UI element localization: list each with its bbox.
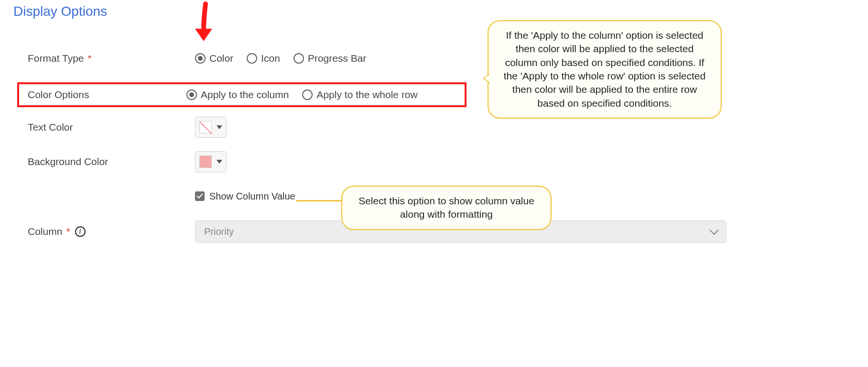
row-color-options: Color Options Apply to the column Apply … <box>17 82 467 107</box>
color-options-controls: Apply to the column Apply to the whole r… <box>186 89 458 100</box>
callout-show-column-value: Select this option to show column value … <box>341 186 552 230</box>
radio-icon <box>247 53 257 64</box>
radio-format-icon[interactable]: Icon <box>247 53 280 64</box>
label-color-options-text: Color Options <box>28 89 89 100</box>
radio-apply-column-label: Apply to the column <box>201 89 289 100</box>
label-column: Column * i <box>28 226 195 237</box>
label-format-type: Format Type * <box>28 53 195 64</box>
checkbox-icon <box>195 191 205 201</box>
swatch-pink-icon <box>199 156 212 168</box>
row-text-color: Text Color <box>19 117 727 138</box>
text-color-dropdown[interactable] <box>195 117 227 138</box>
label-text-color: Text Color <box>28 122 195 133</box>
callout-color-options: If the 'Apply to the column' option is s… <box>488 20 722 119</box>
checkbox-show-column-value[interactable]: Show Column Value <box>195 191 295 202</box>
radio-icon <box>293 53 304 64</box>
radio-format-color[interactable]: Color <box>195 53 233 64</box>
radio-icon <box>302 89 313 100</box>
radio-format-icon-label: Icon <box>261 53 280 64</box>
text-color-controls <box>195 117 727 138</box>
label-background-color: Background Color <box>28 156 195 167</box>
radio-format-color-label: Color <box>209 53 233 64</box>
radio-apply-row[interactable]: Apply to the whole row <box>302 89 417 100</box>
radio-icon <box>186 89 197 100</box>
callout-show-column-value-text: Select this option to show column value … <box>358 195 534 220</box>
label-background-color-text: Background Color <box>28 156 108 167</box>
checkbox-show-column-value-label: Show Column Value <box>209 191 295 202</box>
section-title: Display Options <box>13 4 107 19</box>
required-marker: * <box>88 53 92 64</box>
label-format-type-text: Format Type <box>28 53 84 64</box>
radio-apply-column[interactable]: Apply to the column <box>186 89 289 100</box>
label-text-color-text: Text Color <box>28 122 73 133</box>
callout-color-options-text: If the 'Apply to the column' option is s… <box>504 30 705 109</box>
chevron-down-icon <box>709 225 719 235</box>
radio-format-progress-bar[interactable]: Progress Bar <box>293 53 367 64</box>
caret-down-icon <box>217 160 222 164</box>
background-color-dropdown[interactable] <box>195 151 227 172</box>
required-marker: * <box>66 226 70 237</box>
radio-apply-row-label: Apply to the whole row <box>316 89 417 100</box>
info-icon[interactable]: i <box>75 226 86 237</box>
caret-down-icon <box>217 125 222 129</box>
callout-connector-line <box>296 200 341 201</box>
swatch-none-icon <box>199 121 212 133</box>
label-column-text: Column <box>28 226 62 237</box>
radio-icon <box>195 53 206 64</box>
column-select-value: Priority <box>204 226 234 237</box>
row-background-color: Background Color <box>19 151 727 172</box>
radio-format-progress-label: Progress Bar <box>308 53 367 64</box>
arrow-annotation-icon <box>191 0 220 45</box>
label-color-options: Color Options <box>28 89 186 100</box>
callout-tail-icon <box>483 74 489 83</box>
background-color-controls <box>195 151 727 172</box>
